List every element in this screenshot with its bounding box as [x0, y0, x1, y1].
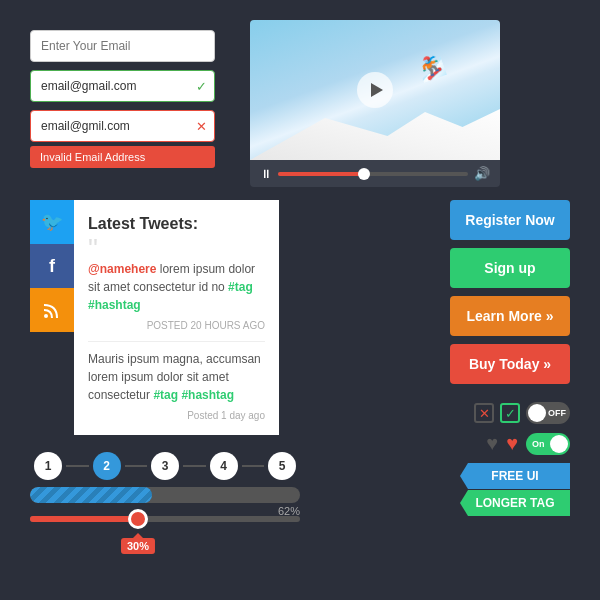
slider-tooltip: 30% — [121, 538, 155, 554]
tag-free-ui[interactable]: FREE UI — [460, 463, 570, 489]
progress-bar-fill — [30, 487, 152, 503]
tweet1-tag2: #hashtag — [88, 298, 141, 312]
heart-dark-icon[interactable]: ♥ — [486, 432, 498, 455]
slider-thumb[interactable] — [128, 509, 148, 529]
toggle-off-switch[interactable]: OFF — [526, 402, 570, 424]
toggle-on-label: On — [532, 439, 545, 449]
step-line-4 — [242, 465, 265, 467]
x-mark: ✕ — [479, 406, 490, 421]
twitter-icon[interactable]: 🐦 — [30, 200, 74, 244]
tweet1-content: @namehere lorem ipsum dolor sit amet con… — [88, 260, 265, 314]
hearts-toggle-row: ♥ ♥ On — [486, 432, 570, 455]
email-error-message: Invalid Email Address — [30, 146, 215, 168]
action-buttons: Register Now Sign up Learn More » Buy To… — [450, 200, 570, 384]
email-valid-wrap: ✓ — [30, 70, 215, 102]
x-icon: ✕ — [196, 119, 207, 134]
tag-longer[interactable]: LONGER TAG — [460, 490, 570, 516]
step-3[interactable]: 3 — [151, 452, 179, 480]
video-controls-bar: ⏸ 🔊 — [250, 160, 500, 187]
toggle-on-knob — [550, 435, 568, 453]
step-2-active[interactable]: 2 — [93, 452, 121, 480]
video-progress-bar[interactable] — [278, 172, 468, 176]
tweet2-content: Mauris ipsum magna, accumsan lorem ipsum… — [88, 350, 265, 404]
play-button[interactable] — [357, 72, 393, 108]
buy-today-button[interactable]: Buy Today » — [450, 344, 570, 384]
checkbox-checked[interactable]: ✓ — [500, 403, 520, 423]
tweet-card: Latest Tweets: " @namehere lorem ipsum d… — [74, 200, 279, 435]
step-line-2 — [125, 465, 148, 467]
tweet1-handle: @namehere — [88, 262, 156, 276]
quote-mark: " — [88, 242, 265, 256]
email-section: ✓ ✕ Invalid Email Address — [30, 30, 215, 168]
tweet-box-title: Latest Tweets: — [88, 212, 265, 236]
slider-fill — [30, 516, 138, 522]
email-invalid-wrap: ✕ — [30, 110, 215, 142]
toggle-on-switch[interactable]: On — [526, 433, 570, 455]
skier-figure: 🏂 — [414, 51, 448, 85]
progress-bar-section: 62% — [30, 487, 300, 517]
signup-button[interactable]: Sign up — [450, 248, 570, 288]
tweet1-tag1: #tag — [228, 280, 253, 294]
step-line-1 — [66, 465, 89, 467]
email-invalid-input[interactable] — [30, 110, 215, 142]
checkbox-unchecked[interactable]: ✕ — [474, 403, 494, 423]
tweet1-time: POSTED 20 HOURS AGO — [88, 318, 265, 333]
rss-svg — [42, 300, 62, 320]
svg-point-0 — [44, 314, 48, 318]
video-progress-thumb[interactable] — [358, 168, 370, 180]
mountain-bg — [250, 100, 500, 160]
tweet2-time: Posted 1 day ago — [88, 408, 265, 423]
step-1[interactable]: 1 — [34, 452, 62, 480]
tweet2-tag1: #tag — [153, 388, 178, 402]
email-placeholder-wrap — [30, 30, 215, 62]
heart-red-icon[interactable]: ♥ — [506, 432, 518, 455]
slider-track[interactable]: 30% — [30, 516, 300, 522]
pause-button[interactable]: ⏸ — [260, 167, 272, 181]
learn-more-button[interactable]: Learn More » — [450, 296, 570, 336]
tweet2-tag2: #hashtag — [181, 388, 234, 402]
step-5[interactable]: 5 — [268, 452, 296, 480]
toggle-off-label: OFF — [548, 408, 566, 418]
steps-row: 1 2 3 4 5 — [30, 452, 300, 480]
slider-section: 30% — [30, 516, 300, 522]
checkbox-toggle-row: ✕ ✓ OFF — [474, 402, 570, 424]
step-4[interactable]: 4 — [210, 452, 238, 480]
toggle-off-knob — [528, 404, 546, 422]
check-icon: ✓ — [196, 79, 207, 94]
volume-icon[interactable]: 🔊 — [474, 166, 490, 181]
email-valid-input[interactable] — [30, 70, 215, 102]
step-line-3 — [183, 465, 206, 467]
email-placeholder-input[interactable] — [30, 30, 215, 62]
social-icons-list: 🐦 f — [30, 200, 74, 435]
register-button[interactable]: Register Now — [450, 200, 570, 240]
video-player: 🏂 ⏸ 🔊 — [250, 20, 500, 187]
rss-icon[interactable] — [30, 288, 74, 332]
video-progress-fill — [278, 172, 364, 176]
tweet-divider — [88, 341, 265, 342]
video-thumbnail: 🏂 — [250, 20, 500, 160]
progress-bar-track[interactable] — [30, 487, 300, 503]
social-tweets-section: 🐦 f Latest Tweets: " @namehere lorem ips… — [30, 200, 279, 435]
facebook-icon[interactable]: f — [30, 244, 74, 288]
step-indicator: 1 2 3 4 5 — [30, 452, 300, 490]
